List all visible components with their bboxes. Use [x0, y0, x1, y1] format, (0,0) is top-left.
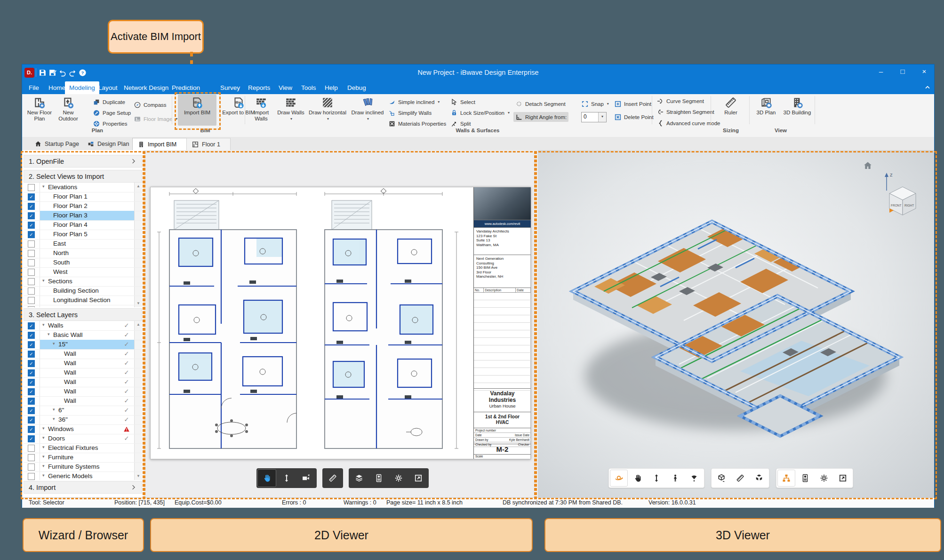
- expander-icon[interactable]: ▾: [42, 426, 45, 431]
- layer-row[interactable]: ✓Wall✓: [24, 359, 142, 368]
- view-checkbox[interactable]: [28, 269, 35, 276]
- view-row[interactable]: ▾Sections: [24, 277, 142, 287]
- ruler-button[interactable]: Ruler: [717, 95, 744, 126]
- layer-checkbox[interactable]: ✓: [28, 407, 35, 414]
- right-angle-from-button[interactable]: Right Angle from:: [513, 112, 568, 122]
- view-row[interactable]: East: [24, 239, 142, 249]
- duplicate-button[interactable]: Duplicate: [93, 97, 125, 107]
- expander-icon[interactable]: ▾: [42, 454, 45, 459]
- right-angle-spinner[interactable]: 0 ▾: [581, 112, 607, 122]
- expander-icon[interactable]: ▾: [53, 416, 55, 421]
- view-checkbox[interactable]: ✓: [28, 231, 35, 238]
- layer-row[interactable]: ✓Wall✓: [24, 368, 142, 378]
- doc-tab-floor-1[interactable]: Floor 1: [186, 138, 231, 150]
- view-checkbox[interactable]: [28, 259, 35, 266]
- view-checkbox[interactable]: [28, 306, 35, 307]
- expander-icon[interactable]: ▾: [53, 407, 55, 412]
- view-row[interactable]: Building Section: [24, 286, 142, 296]
- view-checkbox[interactable]: [28, 184, 35, 191]
- menu-item-help[interactable]: Help: [320, 81, 342, 94]
- gear-tool-button[interactable]: [389, 469, 408, 487]
- floor-image-button[interactable]: Floor Image ▾: [134, 114, 177, 124]
- expander-icon[interactable]: ▾: [42, 184, 45, 189]
- panel-tool-button[interactable]: [369, 469, 388, 487]
- new-floor-plan-button[interactable]: New Floor Plan: [26, 95, 53, 126]
- layer-checkbox[interactable]: ✓: [28, 398, 35, 405]
- view-row[interactable]: ✓Floor Plan 1: [24, 192, 142, 202]
- layer-checkbox[interactable]: ✓: [28, 416, 35, 424]
- doc-tab-startup-page[interactable]: Startup Page: [30, 138, 88, 150]
- ruler-tool-button[interactable]: [323, 469, 342, 487]
- compass-button[interactable]: Compass: [134, 100, 167, 110]
- expander-icon[interactable]: ▾: [53, 341, 55, 346]
- layer-checkbox[interactable]: ✓: [28, 388, 35, 395]
- camera-tool-button[interactable]: [297, 469, 316, 487]
- view-row[interactable]: West: [24, 267, 142, 277]
- layer-row[interactable]: ✓Wall✓: [24, 396, 142, 406]
- menu-item-view[interactable]: View: [274, 81, 296, 94]
- minimize-button[interactable]: –: [871, 64, 891, 79]
- layer-checkbox[interactable]: [28, 473, 35, 480]
- ruler-tool-button[interactable]: [731, 470, 749, 487]
- wizard-step-select-layers[interactable]: 3. Select Layers: [24, 308, 142, 321]
- menu-item-reports[interactable]: Reports: [244, 81, 274, 94]
- draw-horizontal-button[interactable]: Draw horizontal ▾: [308, 95, 347, 126]
- import-walls-button[interactable]: Import Walls: [248, 95, 274, 126]
- layer-checkbox[interactable]: ✓: [28, 322, 35, 329]
- layer-row[interactable]: ✓Wall✓: [24, 349, 142, 359]
- expander-icon[interactable]: ▾: [42, 322, 45, 327]
- new-outdoor-button[interactable]: New Outdoor: [54, 95, 82, 126]
- view-row[interactable]: ✓Floor Plan 2: [24, 201, 142, 211]
- right-angle-value[interactable]: 0: [582, 112, 598, 122]
- select-button[interactable]: Select: [450, 97, 475, 107]
- detach-segment-button[interactable]: Detach Segment: [515, 99, 566, 109]
- layer-checkbox[interactable]: ✓: [28, 360, 35, 367]
- 3d-building-button[interactable]: 3D Building: [782, 95, 813, 126]
- view-row[interactable]: ✓Floor Plan 3: [24, 211, 142, 221]
- lock-size-position-button[interactable]: Lock Size/Position ▾: [450, 108, 510, 118]
- wizard-step-import[interactable]: 4. Import: [24, 481, 142, 494]
- doc-tab-design-plan[interactable]: Design Plan: [82, 138, 139, 150]
- layer-row[interactable]: ✓▾6"✓: [24, 406, 142, 416]
- expand-tool-button[interactable]: [409, 469, 428, 487]
- layer-checkbox[interactable]: ✓: [28, 426, 35, 433]
- view-checkbox[interactable]: ✓: [28, 193, 35, 200]
- layer-row[interactable]: ✓▾Doors✓: [24, 434, 142, 444]
- layer-row[interactable]: ▾Furniture Systems: [24, 462, 142, 472]
- layer-row[interactable]: ✓Wall✓: [24, 377, 142, 387]
- curve-segment-button[interactable]: Curve Segment: [656, 96, 704, 106]
- home-view-icon[interactable]: [863, 160, 873, 171]
- menu-item-file[interactable]: File: [24, 81, 43, 94]
- explode-tool-button[interactable]: [750, 470, 768, 487]
- hand-tool-button[interactable]: [629, 470, 647, 487]
- wizard-step-select-views[interactable]: 2. Select Views to Import: [24, 170, 142, 183]
- view-row[interactable]: Stair Section: [24, 305, 142, 307]
- doc-tab-import-bim[interactable]: Import BIM: [132, 138, 192, 150]
- view-checkbox[interactable]: ✓: [28, 203, 35, 210]
- view-row[interactable]: Longitudinal Section: [24, 296, 142, 305]
- split-button[interactable]: Split: [450, 119, 471, 128]
- view-row[interactable]: ▾Elevations: [24, 183, 142, 192]
- view-row[interactable]: ✓Floor Plan 5: [24, 230, 142, 240]
- insert-point-button[interactable]: Insert Point: [614, 99, 651, 109]
- draw-walls-button[interactable]: Draw Walls ▾: [276, 95, 305, 126]
- gear-tool-button[interactable]: [815, 470, 833, 487]
- expander-icon[interactable]: ▾: [42, 464, 45, 468]
- layer-checkbox[interactable]: ✓: [28, 351, 35, 358]
- view-checkbox[interactable]: [28, 250, 35, 257]
- layer-row[interactable]: ▾Generic Models: [24, 472, 142, 480]
- updown-tool-button[interactable]: [277, 469, 296, 487]
- 3d-plan-button[interactable]: 3D Plan: [752, 95, 780, 126]
- layer-row[interactable]: ✓▾Windows: [24, 424, 142, 434]
- spinner-dropdown-icon[interactable]: ▾: [598, 112, 606, 122]
- view-checkbox[interactable]: [28, 278, 35, 285]
- layer-checkbox[interactable]: ✓: [28, 341, 35, 348]
- layer-checkbox[interactable]: ✓: [28, 369, 35, 376]
- collapse-ribbon-icon[interactable]: [924, 84, 931, 91]
- page-setup-button[interactable]: Page Setup: [93, 108, 131, 118]
- updown-tool-button[interactable]: [648, 470, 665, 487]
- layer-row[interactable]: ✓▾36"✓: [24, 415, 142, 425]
- layer-checkbox[interactable]: [28, 464, 35, 471]
- layer-row[interactable]: ▾Furniture: [24, 453, 142, 463]
- view-checkbox[interactable]: ✓: [28, 212, 35, 219]
